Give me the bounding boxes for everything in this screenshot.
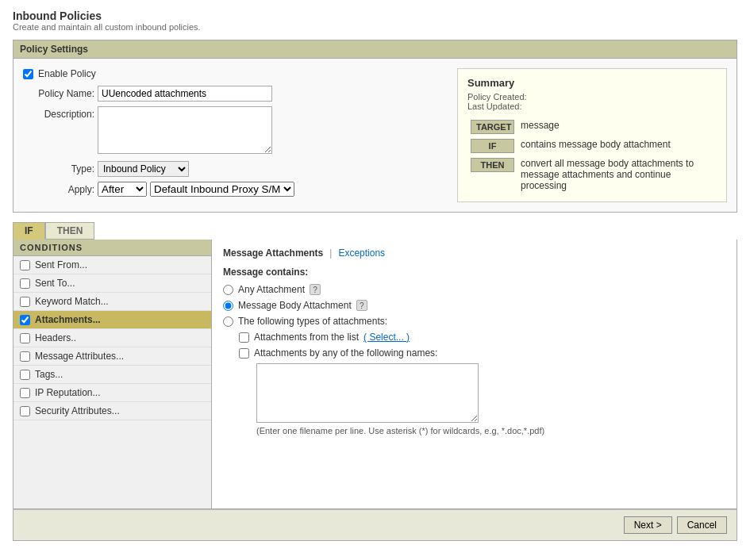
condition-item-sent-to[interactable]: Sent To... (13, 274, 211, 293)
radio-any-attachment[interactable] (223, 285, 233, 295)
from-list-label: Attachments from the list (254, 332, 359, 343)
condition-item-attachments[interactable]: Attachments... (13, 311, 211, 329)
apply-selects: After Before Default Inbound Proxy S/M (98, 182, 294, 197)
conditions-header: CONDITIONS (13, 240, 211, 256)
summary-target-tag: TARGET (471, 120, 514, 134)
policy-settings-section: Policy Settings Enable Policy Policy Nam… (13, 40, 737, 213)
from-list-row: Attachments from the list ( Select... ) (239, 332, 725, 343)
apply-row: Apply: After Before Default Inbound Prox… (23, 182, 444, 197)
radio-message-body-row: Message Body Attachment ? (223, 300, 725, 311)
conditions-right-panel: Message Attachments | Exceptions Message… (212, 240, 737, 508)
summary-target-value: message (517, 117, 717, 136)
policy-name-label: Policy Name: (23, 86, 94, 99)
type-label: Type: (23, 161, 94, 175)
any-attachment-help-icon[interactable]: ? (310, 284, 321, 295)
conditions-panel: CONDITIONS Sent From... Sent To... Keywo… (13, 240, 737, 509)
condition-checkbox-tags[interactable] (20, 370, 30, 380)
condition-checkbox-attachments[interactable] (20, 315, 30, 325)
any-attachment-label: Any Attachment (238, 284, 305, 295)
policy-settings-grid: Enable Policy Policy Name: Description: (23, 68, 727, 202)
tabs-row: IF THEN (13, 222, 737, 240)
policy-settings-header: Policy Settings (13, 40, 737, 59)
condition-label-keyword-match: Keyword Match... (35, 296, 109, 307)
condition-label-message-attributes: Message Attributes... (35, 351, 124, 362)
policy-name-row: Policy Name: (23, 86, 444, 102)
following-types-section: Attachments from the list ( Select... ) … (239, 332, 725, 435)
select-link[interactable]: ( Select... ) (363, 332, 410, 343)
policy-settings-body: Enable Policy Policy Name: Description: (13, 59, 737, 213)
policy-created-label: Policy Created: (467, 92, 527, 102)
condition-label-sent-from: Sent From... (35, 259, 87, 270)
summary-if-tag: IF (471, 139, 514, 153)
condition-checkbox-security-attributes[interactable] (20, 406, 30, 416)
condition-checkbox-headers[interactable] (20, 333, 30, 343)
description-input-wrapper (98, 106, 444, 156)
radio-following-types-row: The following types of attachments: (223, 316, 725, 327)
tab-then[interactable]: THEN (45, 222, 95, 240)
enable-policy-checkbox[interactable] (23, 69, 33, 79)
condition-item-message-attributes[interactable]: Message Attributes... (13, 347, 211, 366)
description-row: Description: (23, 106, 444, 156)
summary-if-value: contains message body attachment (517, 136, 717, 155)
condition-item-ip-reputation[interactable]: IP Reputation... (13, 384, 211, 402)
description-label: Description: (23, 106, 94, 120)
summary-then-tag: THEN (471, 158, 514, 172)
summary-if-row: IF contains message body attachment (467, 136, 717, 155)
condition-label-tags: Tags... (35, 369, 63, 380)
tab-if[interactable]: IF (13, 222, 45, 240)
condition-label-attachments: Attachments... (35, 314, 101, 325)
apply-select-2[interactable]: Default Inbound Proxy S/M (150, 182, 294, 197)
condition-label-headers: Headers.. (35, 332, 76, 343)
condition-item-tags[interactable]: Tags... (13, 366, 211, 384)
enable-policy-row: Enable Policy (23, 68, 444, 79)
by-name-checkbox[interactable] (239, 348, 249, 359)
message-body-help-icon[interactable]: ? (356, 300, 367, 311)
exceptions-tab[interactable]: Exceptions (338, 247, 385, 259)
by-name-label: Attachments by any of the following name… (254, 347, 437, 359)
radio-any-attachment-row: Any Attachment ? (223, 284, 725, 295)
condition-checkbox-ip-reputation[interactable] (20, 388, 30, 398)
summary-title: Summary (467, 77, 717, 89)
type-row: Type: Inbound Policy Outbound Policy (23, 161, 444, 177)
type-select[interactable]: Inbound Policy Outbound Policy (98, 161, 189, 177)
condition-item-keyword-match[interactable]: Keyword Match... (13, 293, 211, 311)
hint-text: (Enter one filename per line. Use asteri… (256, 426, 725, 435)
apply-select-1[interactable]: After Before (98, 182, 147, 197)
page-subtitle: Create and maintain all custom inbound p… (13, 22, 737, 32)
message-body-label: Message Body Attachment (238, 300, 352, 311)
policy-form-left: Enable Policy Policy Name: Description: (23, 68, 444, 202)
message-attachments-tab[interactable]: Message Attachments (223, 247, 323, 259)
apply-label: Apply: (23, 182, 94, 195)
next-button[interactable]: Next > (624, 516, 672, 534)
summary-then-value: convert all message body attachments to … (517, 155, 717, 194)
condition-checkbox-sent-to[interactable] (20, 278, 30, 289)
radio-message-body[interactable] (223, 301, 233, 311)
page-title: Inbound Policies (13, 10, 737, 22)
policy-name-input-wrapper (98, 86, 444, 102)
condition-label-ip-reputation: IP Reputation... (35, 387, 101, 398)
condition-item-headers[interactable]: Headers.. (13, 329, 211, 347)
condition-label-security-attributes: Security Attributes... (35, 405, 120, 416)
summary-box: Summary Policy Created: Last Updated: TA… (457, 68, 727, 202)
last-updated-label: Last Updated: (467, 102, 522, 111)
filename-textarea[interactable] (256, 363, 479, 423)
conditions-list: CONDITIONS Sent From... Sent To... Keywo… (13, 240, 212, 508)
page-wrapper: Inbound Policies Create and maintain all… (0, 0, 750, 560)
description-textarea[interactable] (98, 106, 272, 154)
conditions-right-header: Message Attachments | Exceptions (223, 247, 725, 259)
footer-bar: Next > Cancel (13, 509, 737, 541)
condition-checkbox-message-attributes[interactable] (20, 351, 30, 362)
summary-table: TARGET message IF contains message body … (467, 117, 717, 194)
summary-then-row: THEN convert all message body attachment… (467, 155, 717, 194)
condition-label-sent-to: Sent To... (35, 278, 75, 289)
condition-checkbox-sent-from[interactable] (20, 260, 30, 270)
condition-item-security-attributes[interactable]: Security Attributes... (13, 402, 211, 420)
enable-policy-label: Enable Policy (38, 68, 96, 79)
policy-name-input[interactable] (98, 86, 272, 102)
condition-item-sent-from[interactable]: Sent From... (13, 256, 211, 274)
summary-target-row: TARGET message (467, 117, 717, 136)
from-list-checkbox[interactable] (239, 332, 249, 343)
radio-following-types[interactable] (223, 316, 233, 327)
condition-checkbox-keyword-match[interactable] (20, 297, 30, 307)
cancel-button[interactable]: Cancel (677, 516, 727, 534)
